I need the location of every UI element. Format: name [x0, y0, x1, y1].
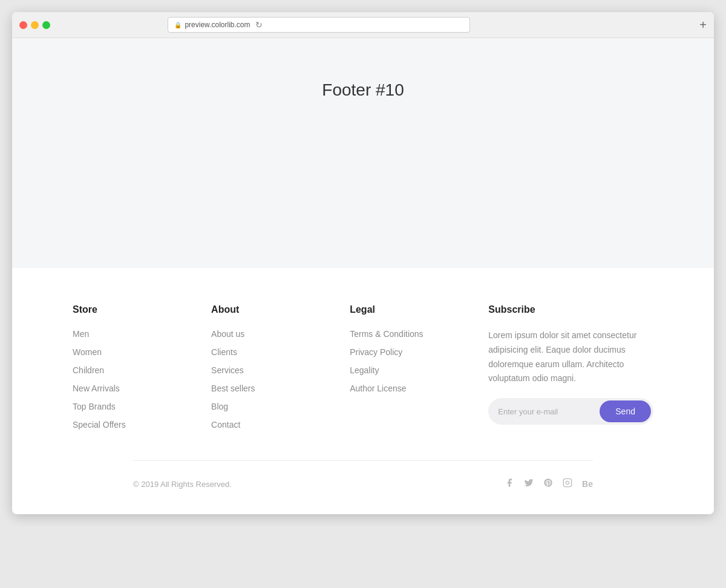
list-item: Best sellers	[211, 383, 350, 394]
list-item: Blog	[211, 401, 350, 412]
list-item: Clients	[211, 347, 350, 358]
about-link-about-us[interactable]: About us	[211, 329, 244, 339]
list-item: Children	[73, 365, 211, 376]
footer-col-store: Store Men Women Children New Arrivals To…	[73, 304, 211, 430]
legal-heading: Legal	[350, 304, 488, 315]
twitter-icon[interactable]	[524, 478, 534, 490]
behance-icon[interactable]: Be	[582, 479, 593, 489]
about-link-best-sellers[interactable]: Best sellers	[211, 384, 255, 393]
legal-link-privacy[interactable]: Privacy Policy	[350, 347, 402, 357]
about-link-services[interactable]: Services	[211, 365, 244, 375]
list-item: Contact	[211, 419, 350, 430]
legal-link-legality[interactable]: Legality	[350, 365, 379, 375]
lock-icon: 🔒	[174, 22, 182, 28]
footer-col-legal: Legal Terms & Conditions Privacy Policy …	[350, 304, 488, 430]
facebook-icon[interactable]	[505, 478, 514, 490]
subscribe-form: Send	[488, 398, 653, 425]
store-links: Men Women Children New Arrivals Top Bran…	[73, 328, 211, 430]
list-item: New Arrivals	[73, 383, 211, 394]
about-link-contact[interactable]: Contact	[211, 420, 240, 430]
store-link-children[interactable]: Children	[73, 365, 104, 375]
legal-link-author-license[interactable]: Author License	[350, 384, 406, 393]
copyright-text: © 2019 All Rights Reserved.	[133, 480, 232, 489]
footer-col-about: About About us Clients Services Best sel…	[211, 304, 350, 430]
list-item: About us	[211, 328, 350, 339]
minimize-dot[interactable]	[31, 21, 39, 29]
store-heading: Store	[73, 304, 211, 315]
subscribe-description: Lorem ipsum dolor sit amet consectetur a…	[488, 328, 653, 386]
page-content: Footer #10	[12, 38, 714, 268]
browser-dots	[19, 21, 50, 29]
close-dot[interactable]	[19, 21, 27, 29]
page-title: Footer #10	[322, 80, 404, 100]
maximize-dot[interactable]	[42, 21, 50, 29]
subscribe-heading: Subscribe	[488, 304, 653, 315]
list-item: Services	[211, 365, 350, 376]
legal-links: Terms & Conditions Privacy Policy Legali…	[350, 328, 488, 394]
pinterest-icon[interactable]	[543, 478, 553, 490]
about-link-clients[interactable]: Clients	[211, 347, 237, 357]
about-link-blog[interactable]: Blog	[211, 402, 228, 411]
legal-link-terms[interactable]: Terms & Conditions	[350, 329, 423, 339]
refresh-icon[interactable]: ↻	[255, 20, 263, 30]
instagram-icon[interactable]	[563, 478, 572, 490]
email-input[interactable]	[498, 402, 600, 421]
list-item: Top Brands	[73, 401, 211, 412]
svg-rect-0	[563, 479, 571, 486]
browser-window: 🔒 preview.colorlib.com ↻ + Footer #10 St…	[12, 12, 714, 514]
new-tab-button[interactable]: +	[699, 19, 707, 31]
list-item: Special Offers	[73, 419, 211, 430]
send-button[interactable]: Send	[600, 400, 651, 422]
store-link-top-brands[interactable]: Top Brands	[73, 402, 116, 411]
list-item: Women	[73, 347, 211, 358]
footer-columns: Store Men Women Children New Arrivals To…	[73, 304, 653, 460]
social-icons: Be	[505, 478, 593, 490]
list-item: Legality	[350, 365, 488, 376]
store-link-new-arrivals[interactable]: New Arrivals	[73, 384, 120, 393]
store-link-special-offers[interactable]: Special Offers	[73, 420, 126, 430]
footer-col-subscribe: Subscribe Lorem ipsum dolor sit amet con…	[488, 304, 653, 430]
store-link-men[interactable]: Men	[73, 329, 89, 339]
footer-bottom: © 2019 All Rights Reserved. Be	[73, 461, 653, 514]
list-item: Terms & Conditions	[350, 328, 488, 339]
about-links: About us Clients Services Best sellers B…	[211, 328, 350, 430]
list-item: Author License	[350, 383, 488, 394]
list-item: Men	[73, 328, 211, 339]
store-link-women[interactable]: Women	[73, 347, 102, 357]
about-heading: About	[211, 304, 350, 315]
browser-toolbar: 🔒 preview.colorlib.com ↻ +	[12, 12, 714, 38]
address-bar: 🔒 preview.colorlib.com ↻	[168, 17, 470, 33]
footer: Store Men Women Children New Arrivals To…	[12, 268, 714, 514]
url-text: preview.colorlib.com	[185, 21, 250, 29]
list-item: Privacy Policy	[350, 347, 488, 358]
